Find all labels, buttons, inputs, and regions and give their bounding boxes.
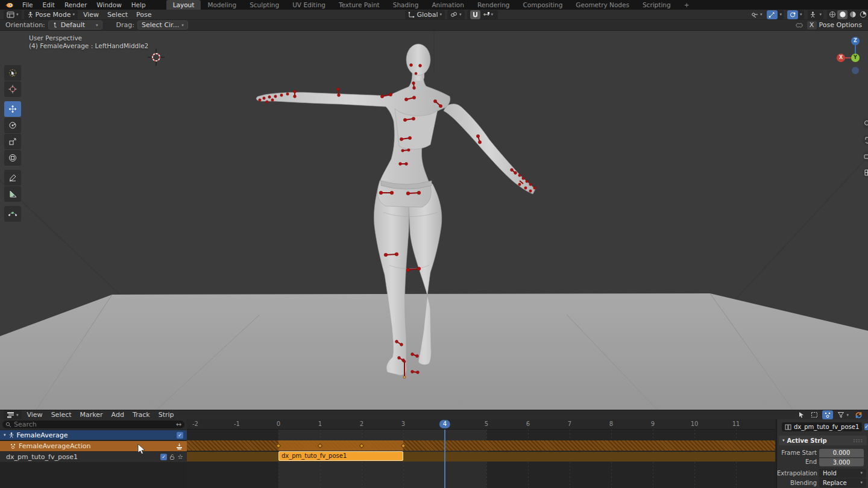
gizmo-x-axis[interactable]: X: [837, 54, 845, 62]
tool-transform[interactable]: [4, 150, 21, 166]
viewport-camera-button[interactable]: [863, 151, 868, 161]
nla-menu-strip[interactable]: Strip: [154, 411, 178, 419]
tab-texture-paint[interactable]: Texture Paint: [332, 0, 386, 10]
nla-frame-markers-button[interactable]: [808, 410, 821, 419]
viewport-perspective-button[interactable]: [863, 167, 868, 178]
playhead-line[interactable]: [444, 430, 445, 488]
transform-orientation-dropdown[interactable]: Global ▾: [405, 10, 445, 19]
mode-selector-dropdown[interactable]: Pose Mode ▾: [24, 10, 78, 19]
xray-dropdown[interactable]: ▾: [818, 10, 824, 19]
menu-pose[interactable]: Pose: [132, 11, 156, 19]
tab-geometry-nodes[interactable]: Geometry Nodes: [569, 0, 636, 10]
nla-sync-button[interactable]: [852, 410, 866, 419]
strip-datablock-field[interactable]: dx_pm_tuto_fv_pose1: [782, 422, 862, 431]
panel-grip-icon[interactable]: ::::: [853, 438, 863, 443]
editor-type-dropdown[interactable]: ▾: [4, 10, 22, 19]
tab-rendering[interactable]: Rendering: [471, 0, 517, 10]
show-visibility-dropdown[interactable]: ▾: [747, 10, 766, 19]
nla-menu-add[interactable]: Add: [107, 411, 128, 419]
tab-compositing[interactable]: Compositing: [517, 0, 570, 10]
snap-toggle-button[interactable]: [470, 10, 480, 19]
menu-help[interactable]: Help: [127, 1, 151, 9]
xray-toggle[interactable]: [808, 10, 818, 19]
search-input[interactable]: Search ↔: [2, 421, 184, 428]
nla-tweak-cursor-button[interactable]: [795, 410, 808, 419]
snap-target-dropdown[interactable]: ▾: [481, 10, 495, 19]
orientation-dropdown[interactable]: Default ▾: [48, 20, 102, 30]
menu-render[interactable]: Render: [60, 1, 92, 9]
pivot-point-dropdown[interactable]: ▾: [447, 10, 465, 19]
gizmo-y-axis[interactable]: Y: [851, 54, 860, 62]
track-enable-checkbox[interactable]: ✓: [160, 454, 167, 460]
gizmo-z-axis[interactable]: Z: [851, 37, 860, 45]
track-row-femaleaverage[interactable]: ▾ FemaleAverage ✓: [0, 430, 187, 440]
tab-layout[interactable]: Layout: [166, 0, 201, 10]
menu-window[interactable]: Window: [92, 1, 126, 9]
tab-sculpting[interactable]: Sculpting: [243, 0, 286, 10]
tool-select-box[interactable]: [4, 65, 21, 81]
tool-measure[interactable]: [4, 186, 21, 202]
active-strip-panel-header[interactable]: ▾ Active Strip ::::: [779, 436, 867, 445]
nla-filter-dropdown[interactable]: ▾: [834, 410, 852, 419]
tab-animation[interactable]: Animation: [425, 0, 471, 10]
strip-enable-checkbox[interactable]: ✓: [864, 424, 868, 430]
track-row-dx-pm-tuto[interactable]: dx_pm_tuto_fv_pose1 ✓ ☆: [0, 452, 187, 462]
blending-dropdown[interactable]: Replace ▾: [819, 478, 866, 487]
expand-arrows-icon[interactable]: ↔: [176, 421, 181, 428]
unlock-icon[interactable]: [169, 454, 175, 460]
drag-dropdown[interactable]: Select Cir... ▾: [137, 20, 188, 30]
tab-shading[interactable]: Shading: [386, 0, 426, 10]
end-field[interactable]: 3.000: [819, 458, 864, 466]
tab-uv-editing[interactable]: UV Editing: [286, 0, 332, 10]
nla-menu-view[interactable]: View: [23, 411, 47, 419]
shading-wireframe-button[interactable]: [827, 10, 837, 19]
3d-viewport[interactable]: User Perspective (4) FemaleAverage : Lef…: [0, 31, 868, 410]
menu-file[interactable]: File: [17, 1, 38, 9]
shading-rendered-button[interactable]: [858, 10, 868, 19]
nla-strip-area[interactable]: dx_pm_tuto_fv_pose1: [187, 430, 775, 488]
nla-control-curves-toggle[interactable]: [822, 410, 833, 419]
gizmos-dropdown[interactable]: ▾: [778, 10, 784, 19]
nla-strip[interactable]: dx_pm_tuto_fv_pose1: [278, 451, 403, 461]
tool-annotate[interactable]: [4, 170, 21, 186]
viewport-zoom-button[interactable]: [863, 119, 868, 129]
shading-material-button[interactable]: [848, 10, 858, 19]
menu-select[interactable]: Select: [103, 11, 132, 19]
push-down-action-icon[interactable]: [175, 443, 183, 450]
viewport-pan-button[interactable]: [863, 135, 868, 145]
nla-menu-track[interactable]: Track: [128, 411, 154, 419]
orientation-axes-icon: [408, 11, 415, 18]
nla-menu-marker[interactable]: Marker: [76, 411, 107, 419]
track-mute-checkbox[interactable]: ✓: [177, 432, 183, 439]
shading-solid-button[interactable]: [837, 10, 848, 19]
add-workspace-button[interactable]: +: [678, 0, 696, 10]
nla-menu-select[interactable]: Select: [47, 411, 76, 419]
orientation-default-icon: [52, 22, 58, 28]
gizmo-minus-z-axis[interactable]: [852, 67, 859, 74]
action-track-strip[interactable]: [187, 440, 775, 451]
visibility-filter-icon: [750, 11, 758, 18]
frame-start-field[interactable]: 0.000: [819, 449, 864, 457]
track-row-femaleaverageaction[interactable]: FemaleAverageAction: [0, 441, 187, 451]
tab-modeling[interactable]: Modeling: [201, 0, 243, 10]
tool-cursor[interactable]: [4, 81, 21, 97]
tool-move[interactable]: [4, 101, 21, 117]
menu-edit[interactable]: Edit: [38, 1, 60, 9]
mirror-x-toggle[interactable]: X: [807, 21, 817, 30]
current-frame-indicator[interactable]: 4: [439, 420, 450, 428]
tab-scripting[interactable]: Scripting: [636, 0, 678, 10]
tool-pose-breakdowner[interactable]: [4, 206, 21, 222]
tool-rotate[interactable]: [4, 117, 21, 133]
solo-star-icon[interactable]: ☆: [177, 453, 183, 461]
tool-scale[interactable]: [4, 134, 21, 149]
pose-options-panel-tab[interactable]: Pose Options: [819, 21, 868, 29]
strip-datablock-name: dx_pm_tuto_fv_pose1: [794, 424, 859, 430]
timeline-ruler[interactable]: -2 -1 0 1 2 3 5 6 7 8 9 10 11 4: [187, 419, 775, 430]
navigation-gizmo[interactable]: Z X Y: [839, 36, 868, 70]
nla-editor-type-dropdown[interactable]: ▾: [4, 410, 22, 419]
overlays-dropdown[interactable]: ▾: [798, 10, 804, 19]
menu-view[interactable]: View: [79, 11, 103, 19]
extrapolation-dropdown[interactable]: Hold ▾: [819, 469, 866, 478]
gizmos-toggle[interactable]: [767, 10, 778, 19]
overlays-toggle[interactable]: [787, 10, 798, 19]
